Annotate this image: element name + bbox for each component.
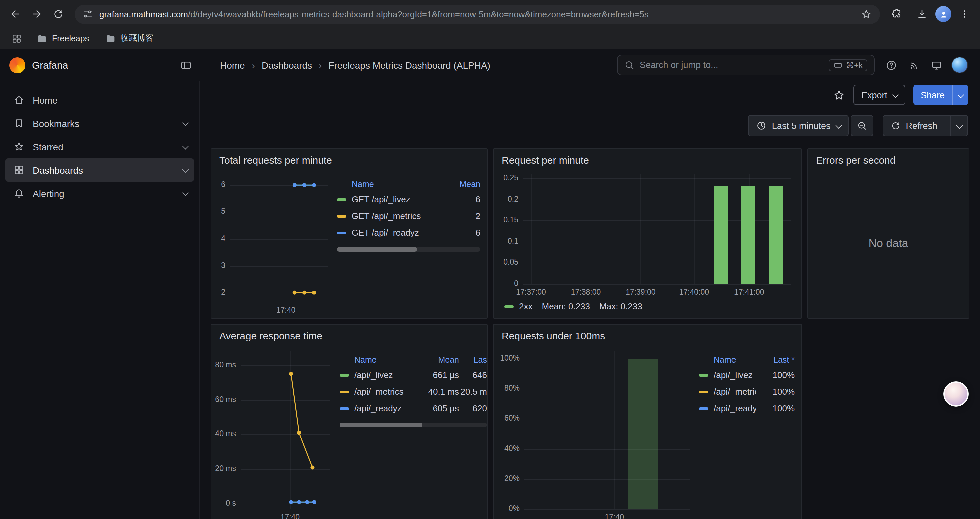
- sidebar-item-alerting[interactable]: Alerting: [5, 182, 194, 205]
- header-icons: [881, 55, 969, 75]
- user-menu-button[interactable]: [949, 55, 969, 75]
- search-input[interactable]: [640, 60, 823, 70]
- sidebar-item-bookmarks[interactable]: Bookmarks: [5, 112, 194, 135]
- breadcrumb-home[interactable]: Home: [220, 60, 245, 70]
- average-response-time-chart[interactable]: 80 ms60 ms40 ms20 ms0 s17:40: [214, 347, 334, 519]
- legend-table: Name Mean GET /api/_livez6 GET /api/_met…: [337, 180, 480, 252]
- profile-avatar: [935, 6, 951, 22]
- legend-row[interactable]: GET /api/_metrics2: [337, 208, 480, 224]
- back-button[interactable]: [5, 4, 25, 24]
- legend-header-last[interactable]: Last *: [756, 355, 795, 365]
- grafana-header: Grafana Home › Dashboards › Freeleaps Me…: [0, 50, 980, 81]
- panel-title[interactable]: Average response time: [212, 325, 487, 343]
- folder-icon: [105, 33, 116, 44]
- dashboard-actions-bar: Export Share: [200, 81, 980, 108]
- legend-header-name[interactable]: Name: [699, 355, 756, 365]
- extensions-button[interactable]: [886, 4, 907, 24]
- series-color-dash: [504, 305, 514, 308]
- share-button[interactable]: Share: [913, 85, 952, 105]
- apps-button[interactable]: [8, 30, 25, 47]
- series-color-dash: [340, 407, 349, 410]
- sidebar-item-starred[interactable]: Starred: [5, 135, 194, 158]
- browser-menu-button[interactable]: [955, 4, 975, 24]
- news-rss-button[interactable]: [904, 55, 924, 75]
- legend-header-mean[interactable]: Mean: [442, 180, 480, 189]
- profile-button[interactable]: [933, 4, 953, 24]
- monitor-icon: [931, 59, 943, 71]
- legend-row[interactable]: /api/_livez100%: [699, 367, 795, 383]
- grafana-logo[interactable]: [10, 57, 25, 73]
- url-domain: grafana.mathmast.com: [99, 9, 188, 19]
- help-button[interactable]: [881, 55, 901, 75]
- legend-item[interactable]: 2xx: [504, 301, 532, 311]
- downloads-button[interactable]: [912, 4, 932, 24]
- search-box[interactable]: ⌘+k: [617, 55, 875, 75]
- bookmark-item-freeleaps[interactable]: Freeleaps: [32, 31, 94, 46]
- forward-icon: [31, 8, 43, 20]
- person-icon: [938, 9, 948, 19]
- export-button[interactable]: Export: [853, 85, 905, 105]
- legend-header-last[interactable]: Las: [459, 355, 487, 365]
- legend-table: Name Last * /api/_livez100% /api/_metric…: [699, 355, 795, 417]
- series-color-dash: [340, 374, 349, 376]
- share-menu-caret[interactable]: [952, 85, 968, 105]
- panel-title[interactable]: Request per minute: [494, 149, 801, 167]
- series-color-dash: [337, 232, 346, 234]
- requests-under-100ms-chart[interactable]: 100%80%60%40%20%0%17:40: [496, 347, 694, 519]
- legend-header: Name Mean: [337, 180, 480, 189]
- bookmark-star-icon[interactable]: [861, 8, 872, 20]
- panel-request-per-minute: Request per minute 0.250.20.150.10.05017…: [493, 148, 802, 319]
- legend-row[interactable]: /api/_metrics100%: [699, 383, 795, 400]
- bookmark-item-blog[interactable]: 收藏博客: [100, 31, 158, 46]
- url-bar[interactable]: grafana.mathmast.com/d/deytv4rwavabkb/fr…: [75, 4, 880, 24]
- favorite-dashboard-button[interactable]: [832, 88, 845, 101]
- sidebar-item-dashboards[interactable]: Dashboards: [5, 158, 194, 182]
- request-per-minute-chart[interactable]: 0.250.20.150.10.05017:37:0017:38:0017:39…: [498, 170, 795, 297]
- panel-grid: Total requests per minute 6543217:40 Nam…: [211, 148, 969, 519]
- back-icon: [10, 8, 21, 20]
- sidebar-item-home[interactable]: Home: [5, 88, 194, 112]
- legend-row[interactable]: /api/_livez661 µs646: [340, 367, 487, 383]
- scrollbar-thumb[interactable]: [340, 423, 422, 428]
- url-path: /d/deytv4rwavabkb/freeleaps-metrics-dash…: [188, 9, 649, 19]
- share-label: Share: [921, 90, 945, 100]
- search-shortcut: ⌘+k: [829, 59, 867, 71]
- forward-button[interactable]: [27, 4, 47, 24]
- legend-scrollbar[interactable]: [340, 423, 487, 428]
- refresh-button[interactable]: Refresh: [883, 115, 945, 136]
- time-controls: Last 5 minutes Refresh: [200, 108, 980, 136]
- legend-scrollbar[interactable]: [337, 247, 480, 252]
- home-icon: [13, 94, 24, 105]
- breadcrumb-dashboards[interactable]: Dashboards: [261, 60, 312, 70]
- rss-icon: [908, 59, 920, 71]
- legend-row[interactable]: /api/_readyz605 µs620: [340, 400, 487, 417]
- grafana-app: Grafana Home › Dashboards › Freeleaps Me…: [0, 50, 980, 519]
- chevron-down-icon: [958, 91, 964, 98]
- refresh-interval-caret[interactable]: [950, 115, 967, 136]
- legend-row[interactable]: GET /api/_readyz6: [337, 224, 480, 241]
- panel-title[interactable]: Total requests per minute: [212, 149, 487, 167]
- legend-table: Name Mean Las /api/_livez661 µs646 /api/…: [340, 355, 487, 428]
- scrollbar-thumb[interactable]: [337, 247, 417, 252]
- legend-row[interactable]: /api/_metrics40.1 ms20.5 m: [340, 383, 487, 400]
- panel-title[interactable]: Requests under 100ms: [494, 325, 801, 343]
- legend-row[interactable]: GET /api/_livez6: [337, 191, 480, 208]
- legend-row[interactable]: /api/_readyz100%: [699, 400, 795, 417]
- dock-menu-button[interactable]: [176, 55, 196, 75]
- series-color-dash: [337, 215, 346, 217]
- panel-title[interactable]: Errors per second: [808, 149, 969, 167]
- legend-mean: Mean: 0.233: [542, 301, 590, 311]
- time-range-picker[interactable]: Last 5 minutes: [748, 115, 849, 136]
- legend-header-name[interactable]: Name: [337, 180, 442, 189]
- zoom-out-button[interactable]: [850, 115, 873, 136]
- sidebar-item-label: Alerting: [33, 188, 64, 199]
- reload-button[interactable]: [48, 4, 68, 24]
- legend-header-mean[interactable]: Mean: [420, 355, 459, 365]
- kiosk-monitor-button[interactable]: [927, 55, 947, 75]
- floating-avatar-widget[interactable]: [943, 382, 969, 407]
- export-label: Export: [861, 90, 887, 100]
- total-requests-chart[interactable]: 6543217:40: [214, 172, 332, 315]
- legend-max: Max: 0.233: [600, 301, 643, 311]
- chevron-down-icon: [892, 91, 899, 98]
- legend-header-name[interactable]: Name: [340, 355, 420, 365]
